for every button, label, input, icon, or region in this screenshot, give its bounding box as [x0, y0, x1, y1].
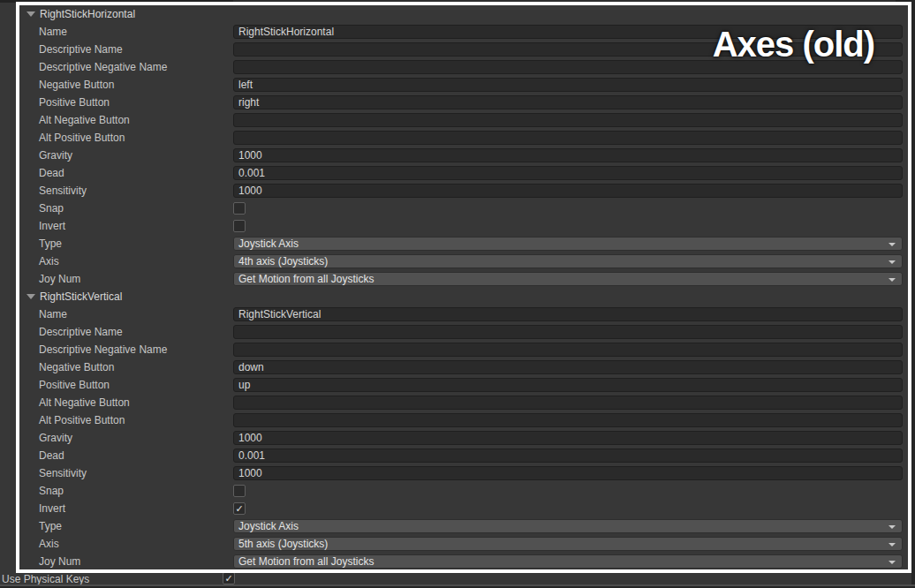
text-field-gravity[interactable]: 1000: [233, 431, 903, 445]
property-row: Positive Buttonup: [19, 376, 908, 394]
dropdown-joy-num[interactable]: Get Motion from all Joysticks: [233, 272, 903, 286]
check-icon: ✓: [224, 574, 232, 584]
checkbox-invert[interactable]: ✓: [233, 502, 246, 515]
text-field-alt-negative-button[interactable]: [233, 113, 903, 127]
field-area: 0.001: [233, 166, 903, 180]
text-field-alt-positive-button[interactable]: [233, 413, 903, 427]
property-row: TypeJoystick Axis: [19, 517, 908, 535]
axis-foldout-rightstickvertical[interactable]: RightStickVertical: [19, 288, 908, 305]
text-field-positive-button[interactable]: right: [233, 95, 903, 109]
text-field-descriptive-negative-name[interactable]: [233, 343, 903, 357]
dropdown-arrow-icon: [889, 260, 896, 264]
field-label-negative-button: Negative Button: [19, 79, 233, 91]
text-field-negative-button[interactable]: down: [233, 360, 903, 374]
field-label-alt-negative-button: Alt Negative Button: [19, 396, 233, 409]
field-label-dead: Dead: [19, 167, 233, 179]
use-physical-keys-checkbox[interactable]: ✓: [223, 572, 235, 584]
text-field-gravity[interactable]: 1000: [233, 148, 903, 162]
top-edge: [0, 0, 915, 3]
property-row: Alt Positive Button: [19, 411, 908, 429]
dropdown-axis[interactable]: 5th axis (Joysticks): [233, 537, 903, 551]
property-row: Dead0.001: [19, 447, 908, 464]
field-label-sensitivity: Sensitivity: [19, 467, 233, 479]
field-area: [233, 220, 903, 232]
dropdown-arrow-icon: [889, 561, 896, 564]
property-row: Invert: [19, 217, 908, 235]
text-field-descriptive-name[interactable]: [233, 325, 903, 339]
field-label-positive-button: Positive Button: [19, 96, 233, 109]
field-label-descriptive-name: Descriptive Name: [19, 43, 233, 56]
right-edge: [911, 0, 915, 588]
field-area: 1000: [233, 184, 903, 198]
dropdown-arrow-icon: [889, 278, 896, 282]
text-field-dead[interactable]: 0.001: [233, 166, 903, 180]
property-row: Snap: [19, 482, 908, 500]
text-field-alt-positive-button[interactable]: [233, 131, 903, 145]
axis-header-label: RightStickHorizontal: [40, 8, 135, 20]
dropdown-type[interactable]: Joystick Axis: [233, 237, 903, 251]
field-label-type: Type: [19, 520, 233, 532]
property-row: Gravity1000: [19, 147, 908, 164]
field-label-name: Name: [19, 26, 233, 38]
dropdown-arrow-icon: [889, 243, 896, 246]
field-label-axis: Axis: [19, 538, 233, 550]
field-area: ✓: [233, 502, 903, 515]
field-label-type: Type: [19, 237, 233, 250]
field-label-sensitivity: Sensitivity: [19, 185, 233, 197]
property-row: Sensitivity1000: [19, 182, 908, 200]
field-area: [233, 485, 903, 497]
field-area: [233, 413, 903, 427]
field-label-joy-num: Joy Num: [19, 273, 233, 285]
checkbox-invert[interactable]: [233, 220, 246, 232]
text-field-sensitivity[interactable]: 1000: [233, 184, 903, 198]
field-label-name: Name: [19, 308, 233, 320]
property-row: Sensitivity1000: [19, 464, 908, 482]
field-area: [233, 113, 903, 127]
field-area: [233, 396, 903, 410]
property-row: NameRightStickVertical: [19, 305, 908, 323]
axis-header-label: RightStickVertical: [40, 290, 122, 303]
check-icon: ✓: [235, 504, 243, 514]
property-row: Axis4th axis (Joysticks): [19, 253, 908, 270]
property-row: Negative Buttondown: [19, 358, 908, 376]
property-row: Invert✓: [19, 500, 908, 517]
field-label-snap: Snap: [19, 202, 233, 215]
property-row: Joy NumGet Motion from all Joysticks: [19, 270, 908, 288]
property-row: Axis5th axis (Joysticks): [19, 535, 908, 553]
text-field-alt-negative-button[interactable]: [233, 396, 903, 410]
field-area: 0.001: [233, 449, 903, 463]
field-area: right: [233, 95, 903, 109]
property-row: Dead0.001: [19, 164, 908, 182]
dropdown-joy-num[interactable]: Get Motion from all Joysticks: [233, 554, 903, 569]
field-label-joy-num: Joy Num: [19, 555, 233, 568]
axis-foldout-rightstickhorizontal[interactable]: RightStickHorizontal: [19, 5, 908, 23]
field-area: left: [233, 78, 903, 92]
text-field-negative-button[interactable]: left: [233, 78, 903, 92]
field-area: [233, 131, 903, 145]
property-row: Descriptive Name: [19, 323, 908, 341]
field-area: [233, 202, 903, 215]
field-label-alt-positive-button: Alt Positive Button: [19, 414, 233, 426]
text-field-positive-button[interactable]: up: [233, 378, 903, 392]
property-row: Positive Buttonright: [19, 94, 908, 111]
field-area: 1000: [233, 148, 903, 162]
text-field-sensitivity[interactable]: 1000: [233, 466, 903, 480]
field-area: Get Motion from all Joysticks: [233, 554, 903, 569]
field-area: Get Motion from all Joysticks: [233, 272, 903, 286]
text-field-dead[interactable]: 0.001: [233, 449, 903, 463]
field-area: RightStickVertical: [233, 307, 903, 321]
field-label-gravity: Gravity: [19, 432, 233, 444]
foldout-triangle-icon[interactable]: [26, 294, 35, 299]
field-label-descriptive-name: Descriptive Name: [19, 326, 233, 338]
foldout-triangle-icon[interactable]: [26, 11, 35, 17]
field-label-positive-button: Positive Button: [19, 379, 233, 391]
dropdown-type[interactable]: Joystick Axis: [233, 519, 903, 533]
axes-list: RightStickHorizontalNameRightStickHorizo…: [19, 5, 908, 570]
checkbox-snap[interactable]: [233, 485, 246, 497]
field-area: up: [233, 378, 903, 392]
checkbox-snap[interactable]: [233, 202, 246, 215]
property-row: Joy NumGet Motion from all Joysticks: [19, 553, 908, 570]
dropdown-axis[interactable]: 4th axis (Joysticks): [233, 254, 903, 268]
text-field-name[interactable]: RightStickVertical: [233, 307, 903, 321]
property-row: Descriptive Negative Name: [19, 341, 908, 358]
